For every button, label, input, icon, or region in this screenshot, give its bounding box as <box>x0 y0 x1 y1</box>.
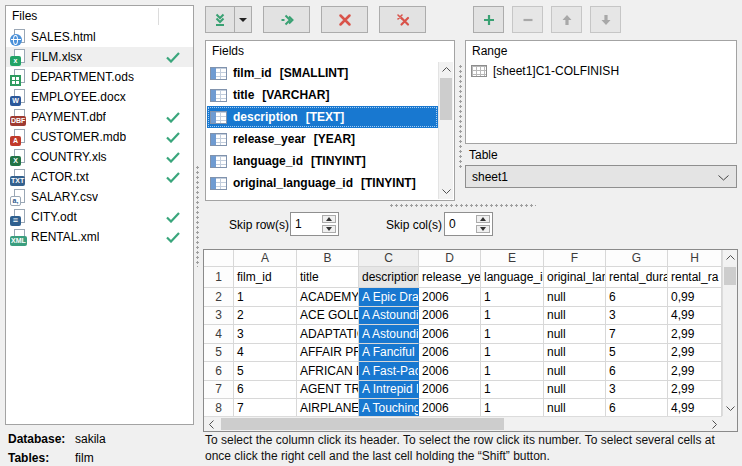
grid-column-header-F[interactable]: F <box>544 250 606 267</box>
clear-mapping-button[interactable] <box>321 6 368 33</box>
grid-corner-cell[interactable] <box>204 250 234 267</box>
grid-hscrollbar-thumb[interactable] <box>221 418 504 430</box>
grid-row-number[interactable]: 7 <box>204 381 234 400</box>
grid-cell[interactable]: A Touching <box>359 399 419 416</box>
grid-cell[interactable]: 2006 <box>419 381 481 400</box>
spinner-down-button[interactable] <box>476 225 490 233</box>
file-item[interactable]: DBF PAYMENT.dbf <box>6 107 193 127</box>
spinner-up-button[interactable] <box>322 215 336 223</box>
grid-vertical-scrollbar[interactable] <box>722 250 737 416</box>
skip-cols-value[interactable]: 0 <box>449 213 456 235</box>
field-item[interactable]: description [TEXT] <box>207 106 438 128</box>
grid-row-number[interactable]: 3 <box>204 307 234 326</box>
grid-cell[interactable]: 2006 <box>419 362 481 381</box>
grid-cell[interactable]: A Epic Dram <box>359 288 419 307</box>
grid-cell[interactable]: AFFAIR PRE <box>297 344 359 363</box>
remove-file-button[interactable] <box>512 6 543 33</box>
fields-scrollbar-thumb[interactable] <box>440 78 452 120</box>
fields-scrollbar[interactable] <box>438 62 453 199</box>
grid-cell[interactable]: null <box>544 344 606 363</box>
grid-cell[interactable]: 2,99 <box>668 362 722 381</box>
move-down-button[interactable] <box>590 6 621 33</box>
clear-all-mappings-button[interactable] <box>379 6 426 33</box>
file-item[interactable]: ≡ CITY.odt <box>6 207 193 227</box>
grid-cell[interactable]: 2,99 <box>668 381 722 400</box>
grid-cell[interactable]: 2006 <box>419 307 481 326</box>
grid-cell[interactable]: A Astoundin <box>359 325 419 344</box>
grid-cell[interactable]: A Astoundin <box>359 307 419 326</box>
field-item[interactable]: original_language_id [TINYINT] <box>207 172 438 194</box>
move-up-button[interactable] <box>551 6 582 33</box>
file-item[interactable]: W EMPLOYEE.docx <box>6 87 193 107</box>
file-item[interactable]: TXT ACTOR.txt <box>6 167 193 187</box>
grid-cell[interactable]: AIRPLANE S <box>297 399 359 416</box>
add-file-button[interactable] <box>473 6 504 33</box>
grid-cell[interactable]: ADAPTATIO <box>297 325 359 344</box>
grid-header-cell[interactable]: rental_durat <box>606 267 668 288</box>
grid-cell[interactable]: 2006 <box>419 288 481 307</box>
grid-cell[interactable]: null <box>544 325 606 344</box>
grid-header-cell[interactable]: rental_ra <box>668 267 722 288</box>
spinner-up-button[interactable] <box>476 215 490 223</box>
grid-column-header-H[interactable]: H <box>668 250 722 267</box>
grid-cell[interactable]: 1 <box>481 399 544 416</box>
vertical-splitter-handle[interactable] <box>195 165 201 267</box>
field-item[interactable]: title [VARCHAR] <box>207 84 438 106</box>
grid-cell[interactable]: A Fast-Pace <box>359 362 419 381</box>
grid-cell[interactable]: 6 <box>606 288 668 307</box>
grid-cell[interactable]: AGENT TRU <box>297 381 359 400</box>
skip-rows-stepper[interactable]: 1 <box>290 212 339 236</box>
scroll-right-arrow-icon[interactable] <box>707 417 722 431</box>
grid-header-cell[interactable]: release_yea <box>419 267 481 288</box>
grid-cell[interactable]: 4 <box>234 344 297 363</box>
field-item[interactable]: language_id [TINYINT] <box>207 150 438 172</box>
grid-cell[interactable]: 3 <box>606 307 668 326</box>
grid-cell[interactable]: 2006 <box>419 344 481 363</box>
grid-row-number[interactable]: 5 <box>204 344 234 363</box>
auto-map-fields-button[interactable] <box>263 6 310 33</box>
scroll-down-arrow-icon[interactable] <box>439 184 453 199</box>
spinner-down-button[interactable] <box>322 225 336 233</box>
grid-cell[interactable]: 1 <box>481 288 544 307</box>
grid-cell[interactable]: 2,99 <box>668 344 722 363</box>
grid-cell[interactable]: null <box>544 399 606 416</box>
vertical-splitter-handle[interactable] <box>458 64 464 169</box>
grid-row-number[interactable]: 2 <box>204 288 234 307</box>
skip-rows-value[interactable]: 1 <box>295 213 302 235</box>
scroll-up-arrow-icon[interactable] <box>439 62 453 77</box>
grid-header-cell[interactable]: film_id <box>234 267 297 288</box>
grid-column-header-D[interactable]: D <box>419 250 481 267</box>
grid-cell[interactable]: 2006 <box>419 325 481 344</box>
grid-cell[interactable]: null <box>544 288 606 307</box>
grid-cell[interactable]: 2,99 <box>668 325 722 344</box>
file-item[interactable]: X COUNTRY.xls <box>6 147 193 167</box>
grid-header-cell[interactable]: language_id <box>481 267 544 288</box>
grid-horizontal-scrollbar[interactable] <box>204 416 722 431</box>
grid-row-number[interactable]: 8 <box>204 399 234 416</box>
grid-cell[interactable]: 1 <box>481 344 544 363</box>
grid-column-header-E[interactable]: E <box>481 250 544 267</box>
table-select[interactable]: sheet1 <box>465 165 737 188</box>
grid-cell[interactable]: A Fanciful D <box>359 344 419 363</box>
grid-cell[interactable]: A Intrepid Pa <box>359 381 419 400</box>
grid-column-header-B[interactable]: B <box>297 250 359 267</box>
grid-cell[interactable]: 6 <box>234 381 297 400</box>
grid-header-cell[interactable]: title <box>297 267 359 288</box>
scroll-down-arrow-icon[interactable] <box>723 401 737 416</box>
grid-cell[interactable]: 6 <box>606 399 668 416</box>
grid-cell[interactable]: 7 <box>234 399 297 416</box>
grid-cell[interactable]: 2 <box>234 307 297 326</box>
grid-cell[interactable]: 3 <box>606 381 668 400</box>
grid-cell[interactable]: AFRICAN EG <box>297 362 359 381</box>
grid-cell[interactable]: 4,99 <box>668 399 722 416</box>
range-item[interactable]: [sheet1]C1-COLFINISH <box>466 61 736 81</box>
file-item[interactable]: a, SALARY.csv <box>6 187 193 207</box>
grid-row-number[interactable]: 1 <box>204 267 234 288</box>
grid-cell[interactable]: ACADEMY D <box>297 288 359 307</box>
grid-cell[interactable]: 6 <box>606 362 668 381</box>
grid-cell[interactable]: 3 <box>234 325 297 344</box>
import-dropdown-button[interactable] <box>234 7 251 32</box>
grid-column-header-G[interactable]: G <box>606 250 668 267</box>
grid-column-header-C[interactable]: C <box>359 250 419 267</box>
file-item[interactable]: DEPARTMENT.ods <box>6 67 193 87</box>
